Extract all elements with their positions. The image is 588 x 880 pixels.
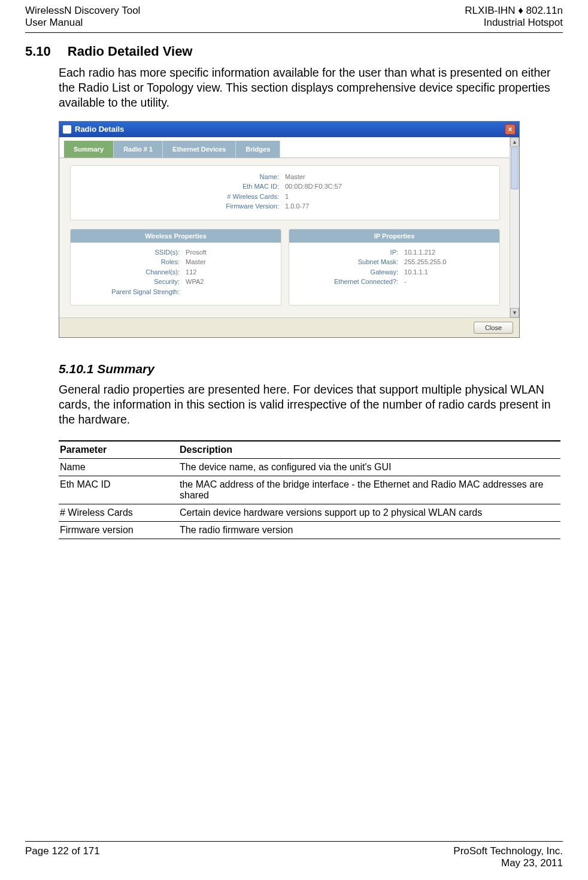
subsection-text: General radio properties are presented h…: [59, 382, 563, 427]
dialog-title: Radio Details: [75, 125, 124, 134]
cell-desc: The radio firmware version: [178, 522, 560, 539]
section-title: Radio Detailed View: [68, 44, 193, 59]
table-header-parameter: Parameter: [59, 441, 178, 459]
label-eth-mac: Eth MAC ID:: [79, 182, 285, 192]
footer-right-line1: ProSoft Technology, Inc.: [453, 845, 563, 857]
parameter-table: Parameter Description Name The device na…: [59, 440, 560, 539]
tab-bridges[interactable]: Bridges: [236, 141, 280, 158]
dialog-titlebar: Radio Details ×: [59, 122, 519, 137]
header-left-line1: WirelessN Discovery Tool: [25, 5, 140, 17]
scroll-up-icon[interactable]: ▲: [510, 137, 519, 147]
general-info-block: Name:Master Eth MAC ID:00:0D:8D:F0:3C:57…: [70, 165, 500, 220]
scroll-thumb[interactable]: [511, 147, 519, 189]
section-heading: 5.10 Radio Detailed View: [25, 44, 563, 59]
radio-details-dialog: Radio Details × Summary Radio # 1 Ethern…: [59, 121, 520, 338]
tab-summary[interactable]: Summary: [64, 141, 114, 158]
ip-panel-head: IP Properties: [289, 229, 499, 243]
header-left: WirelessN Discovery Tool User Manual: [25, 5, 140, 29]
footer-left: Page 122 of 171: [25, 845, 100, 869]
dialog-footer: Close: [59, 317, 519, 337]
table-row: # Wireless Cards Certain device hardware…: [59, 504, 560, 522]
table-row: Name The device name, as configured via …: [59, 459, 560, 476]
val-roles: Master: [186, 257, 206, 267]
close-icon[interactable]: ×: [505, 124, 516, 135]
cell-param: Name: [59, 459, 178, 476]
cell-param: Eth MAC ID: [59, 476, 178, 504]
table-row: Firmware version The radio firmware vers…: [59, 522, 560, 539]
subsection-heading: 5.10.1 Summary: [59, 362, 563, 376]
close-button[interactable]: Close: [474, 322, 513, 334]
val-security: WPA2: [186, 277, 204, 287]
section-intro: Each radio has more specific information…: [59, 65, 563, 110]
val-ssid: Prosoft: [186, 247, 207, 258]
properties-panels: Wireless Properties SSID(s):Prosoft Role…: [70, 229, 500, 306]
label-eth-connected: Ethernet Connected?:: [295, 277, 404, 287]
dialog-icon: [63, 125, 71, 134]
table-row: Eth MAC ID the MAC address of the bridge…: [59, 476, 560, 504]
val-eth-connected: -: [404, 277, 407, 287]
wireless-properties-panel: Wireless Properties SSID(s):Prosoft Role…: [70, 229, 281, 306]
label-firmware: Firmware Version:: [79, 201, 285, 211]
label-ssid: SSID(s):: [77, 247, 186, 258]
cell-desc: the MAC address of the bridge interface …: [178, 476, 560, 504]
label-gateway: Gateway:: [295, 267, 404, 277]
footer-right-line2: May 23, 2011: [453, 857, 563, 869]
cell-param: Firmware version: [59, 522, 178, 539]
ip-properties-panel: IP Properties IP:10.1.1.212 Subnet Mask:…: [289, 229, 500, 306]
section-number: 5.10: [25, 44, 51, 59]
header-right-line2: Industrial Hotspot: [465, 17, 563, 29]
page-header: WirelessN Discovery Tool User Manual RLX…: [25, 0, 563, 33]
footer-right: ProSoft Technology, Inc. May 23, 2011: [453, 845, 563, 869]
val-wireless-cards: 1: [285, 192, 289, 202]
tab-ethernet-devices[interactable]: Ethernet Devices: [163, 141, 236, 158]
dialog-body: Summary Radio # 1 Ethernet Devices Bridg…: [59, 137, 519, 318]
val-name: Master: [285, 172, 305, 182]
header-right-line1: RLXIB-IHN ♦ 802.11n: [465, 5, 563, 17]
label-security: Security:: [77, 277, 186, 287]
val-ip: 10.1.1.212: [404, 247, 435, 258]
label-subnet: Subnet Mask:: [295, 257, 404, 267]
page-footer: Page 122 of 171 ProSoft Technology, Inc.…: [25, 841, 563, 869]
header-right: RLXIB-IHN ♦ 802.11n Industrial Hotspot: [465, 5, 563, 29]
val-subnet: 255.255.255.0: [404, 257, 446, 267]
scroll-down-icon[interactable]: ▼: [510, 308, 519, 317]
header-left-line2: User Manual: [25, 17, 140, 29]
table-header-description: Description: [178, 441, 560, 459]
val-eth-mac: 00:0D:8D:F0:3C:57: [285, 182, 342, 192]
val-channels: 112: [186, 267, 196, 277]
dialog-tabs: Summary Radio # 1 Ethernet Devices Bridg…: [59, 137, 519, 158]
cell-desc: Certain device hardware versions support…: [178, 504, 560, 522]
tab-radio-1[interactable]: Radio # 1: [114, 141, 163, 158]
label-parent-signal: Parent Signal Strength:: [77, 287, 186, 297]
wireless-panel-head: Wireless Properties: [71, 229, 281, 243]
scrollbar[interactable]: ▲ ▼: [510, 137, 519, 318]
val-firmware: 1.0.0-77: [285, 201, 309, 211]
label-ip: IP:: [295, 247, 404, 258]
label-name: Name:: [79, 172, 285, 182]
cell-desc: The device name, as configured via the u…: [178, 459, 560, 476]
label-roles: Roles:: [77, 257, 186, 267]
cell-param: # Wireless Cards: [59, 504, 178, 522]
val-gateway: 10.1.1.1: [404, 267, 428, 277]
label-channels: Channel(s):: [77, 267, 186, 277]
label-wireless-cards: # Wireless Cards:: [79, 192, 285, 202]
